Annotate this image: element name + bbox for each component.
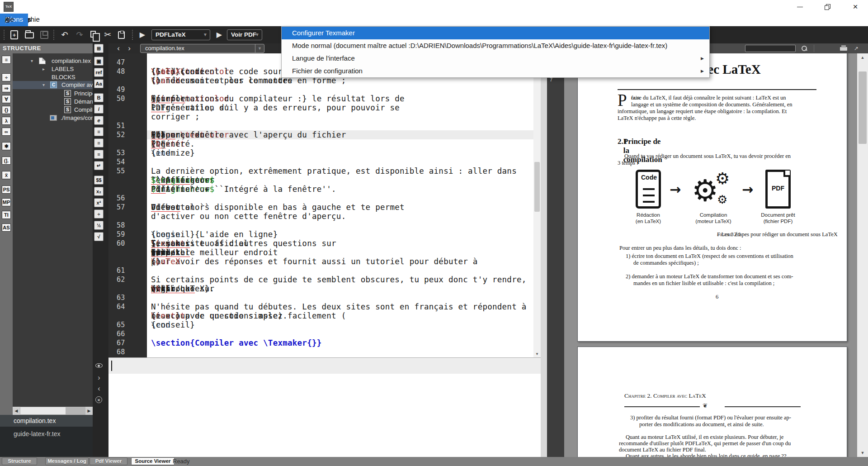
tree-item[interactable]: BLOCKS: [13, 73, 93, 81]
code-line[interactable]: 63: [108, 293, 541, 302]
search-icon[interactable]: [801, 45, 807, 52]
left-delimiters-tab[interactable]: (].: [2, 157, 11, 165]
relation-symbols-tab[interactable]: ÷: [2, 73, 11, 81]
code-line[interactable]: 62Si certains points de ce guide te semb…: [108, 275, 541, 284]
maximize-restore-button[interactable]: [818, 0, 839, 14]
code-line[interactable]: \texttt{PDF} généré. \\: [108, 139, 541, 148]
code-line[interactable]: d'activer ou non cette fenêtre d'aperçu.: [108, 212, 541, 221]
scrollbar-thumb[interactable]: [534, 162, 540, 212]
sqrt-icon[interactable]: √: [94, 232, 104, 241]
align-left-icon[interactable]: ≡: [94, 127, 104, 136]
code-line[interactable]: la génération du PDF. Très utile, s'il y…: [108, 103, 541, 112]
accents-tab[interactable]: ẍ: [2, 171, 11, 179]
paste-button[interactable]: [116, 29, 127, 40]
subscript-icon[interactable]: x₂: [94, 187, 104, 196]
run-view-button[interactable]: ▶: [214, 29, 225, 40]
superscript-icon[interactable]: x²: [94, 198, 104, 207]
align-center-icon[interactable]: ≡: [94, 138, 104, 147]
tree-item[interactable]: SCompiler ave: [13, 106, 93, 114]
pstricks-tab[interactable]: PS: [2, 185, 11, 194]
code-line[interactable]: beaucoup de questions assez facilement (…: [108, 311, 541, 320]
metapost-tab[interactable]: MP: [2, 198, 11, 206]
code-line[interactable]: 56: [108, 194, 541, 203]
menu-item-configure-texmaker[interactable]: Configurer Texmaker: [282, 27, 709, 39]
print-icon[interactable]: [840, 45, 848, 52]
code-line[interactable]: 59\begin{conseil}{L'aide en ligne}: [108, 230, 541, 239]
code-line[interactable]: ``Options'' $\rightarrow$ ``Configurer T…: [108, 176, 541, 185]
misc-symbols-tab[interactable]: ∀: [2, 95, 11, 103]
code-line[interactable]: 68: [108, 347, 541, 357]
copy-button[interactable]: [89, 29, 100, 40]
minimize-button[interactable]: [790, 0, 811, 14]
delimiters-tab[interactable]: {}: [2, 106, 11, 114]
code-line[interactable]: 67\section{Compiler avec \Texmaker{}}: [108, 338, 541, 347]
code-line[interactable]: 57Un bouton ``Pdf Viewer'' est alors dis…: [108, 203, 541, 212]
tikz-tab[interactable]: TI: [2, 211, 11, 219]
log-message-line[interactable]: [108, 357, 541, 374]
tabular-icon[interactable]: ⊞: [94, 44, 104, 53]
bold-icon[interactable]: B: [94, 93, 104, 102]
arrow-symbols-tab[interactable]: ⇒: [2, 84, 11, 92]
run-compile-button[interactable]: ▶: [137, 29, 148, 40]
messages-log-panel[interactable]: [108, 374, 541, 457]
pdf-search-input[interactable]: [745, 45, 796, 52]
code-line[interactable]: 53\end{itemize}: [108, 148, 541, 157]
code-line[interactable]: 65\end{conseil}: [108, 320, 541, 329]
emph-icon[interactable]: e: [94, 116, 104, 125]
menu-aide[interactable]: Aide: [0, 14, 19, 26]
code-line[interactable]: 64N'hésite pas quand tu débutes. Les deu…: [108, 302, 541, 311]
tree-item[interactable]: SDémarrer av: [13, 98, 93, 106]
code-line[interactable]: 51: [108, 121, 541, 130]
code-line[interactable]: 66: [108, 329, 541, 338]
scroll-left-icon[interactable]: ◀: [13, 407, 20, 415]
scroll-right-icon[interactable]: ▶: [85, 407, 93, 415]
inline-math-icon[interactable]: $$: [94, 176, 104, 185]
scroll-down-icon[interactable]: ▼: [857, 449, 868, 457]
code-line[interactable]: (\url{http://www.xmlmath.net/texmaker/in…: [108, 248, 541, 257]
greek-letters-tab[interactable]: λ: [2, 117, 11, 125]
save-button[interactable]: [39, 29, 50, 40]
status-toggle-messages-log[interactable]: Messages / Log: [45, 457, 89, 465]
status-toggle-structure[interactable]: Structure: [2, 457, 37, 465]
open-document-select[interactable]: compilation.tex ▼: [140, 44, 264, 53]
scroll-up-icon[interactable]: ▲: [857, 53, 868, 62]
align-right-icon[interactable]: ≡: [94, 150, 104, 159]
insert-block-icon[interactable]: ▣: [94, 57, 104, 66]
pdf-vertical-scrollbar[interactable]: ▲ ▼: [857, 53, 868, 457]
view-mode-select[interactable]: Voir PDF ▼: [227, 29, 262, 40]
structure-horizontal-scrollbar[interactable]: ◀ ▶: [13, 407, 93, 415]
tree-item[interactable]: ./Images/compilat: [13, 114, 93, 122]
previous-document-button[interactable]: ‹: [114, 44, 123, 53]
open-file-list-item[interactable]: compilation.tex: [0, 415, 93, 427]
fraction-icon[interactable]: ½: [94, 221, 104, 230]
code-line[interactable]: 49: [108, 85, 541, 94]
tree-item[interactable]: ▸LABELS: [13, 65, 93, 73]
toolbar-grip[interactable]: [53, 30, 55, 40]
misc-text-tab[interactable]: ✱: [2, 142, 11, 150]
code-line[interactable]: 50\item \textcolor{Hpurple}{informations…: [108, 94, 541, 103]
next-document-button[interactable]: ›: [125, 44, 134, 53]
tree-item[interactable]: ▾CCompiler avec \La: [13, 81, 93, 89]
show-log-icon[interactable]: [94, 361, 104, 371]
pdf-sidebar[interactable]: [541, 53, 547, 457]
next-error-icon[interactable]: ›: [94, 373, 104, 383]
division-icon[interactable]: ÷: [94, 209, 104, 219]
toolbar-grip[interactable]: [4, 30, 5, 40]
code-line[interactable]: 52\item \textcolor{Hblue}{aperçu du PDF …: [108, 130, 541, 139]
toolbar-grip[interactable]: [132, 30, 134, 40]
font-size-icon[interactable]: Aa: [94, 79, 104, 88]
source-editor[interactable]: 4748\item \textcolor{Gold}{code \LaTeX{}…: [108, 53, 541, 357]
new-document-button[interactable]: +: [9, 29, 20, 40]
code-line[interactable]: 60Si jamais tu as d'autres questions sur…: [108, 239, 541, 248]
collapse-icon[interactable]: ▾: [31, 57, 33, 65]
menu-item-configuration-file[interactable]: Fichier de configuration▶: [282, 65, 709, 77]
code-line[interactable]: 58: [108, 221, 541, 230]
menu-item-normal-mode[interactable]: Mode normal (document maître actuel :D:\…: [282, 39, 709, 52]
asymptote-tab[interactable]: AS: [2, 223, 11, 232]
open-file-button[interactable]: [24, 29, 35, 40]
status-toggle-source-viewer[interactable]: Source Viewer: [131, 457, 175, 465]
status-toggle-pdf-viewer[interactable]: Pdf Viewer: [90, 457, 127, 465]
misc-math-tab[interactable]: ∞: [2, 128, 11, 136]
menu-item-interface-language[interactable]: Langue de l'interface▶: [282, 52, 709, 65]
code-line[interactable]: pour avoir des réponses et fournit aussi…: [108, 257, 541, 266]
